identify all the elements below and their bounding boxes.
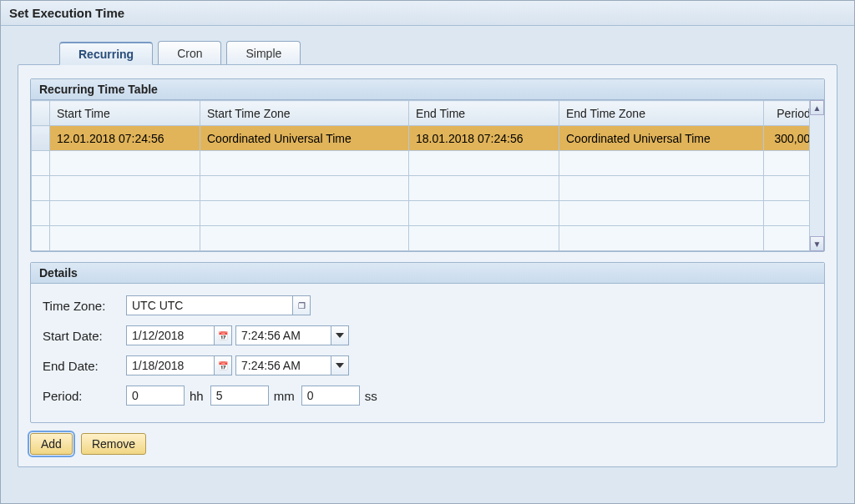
chevron-down-icon[interactable] [331,325,349,345]
recurring-table-title: Recurring Time Table [31,79,824,100]
start-time-field[interactable]: 7:24:56 AM [235,325,331,345]
details-panel: Details Time Zone: UTC UTC ❐ Start Date:… [30,262,825,423]
table-scrollbar[interactable]: ▲ ▼ [809,100,824,251]
recurring-table: Start Time Start Time Zone End Time End … [31,100,824,251]
table-row[interactable] [32,151,824,176]
timezone-label: Time Zone: [43,299,126,313]
table-wrap: Start Time Start Time Zone End Time End … [31,100,824,251]
table-row[interactable] [32,201,824,226]
col-end-tz[interactable]: End Time Zone [559,101,764,126]
period-label: Period: [43,389,126,403]
window-title: Set Execution Time [1,1,854,26]
remove-button[interactable]: Remove [81,433,146,455]
end-date-field[interactable]: 1/18/2018 [126,355,215,375]
period-mm-field[interactable]: 5 [210,386,269,406]
timezone-picker-icon[interactable]: ❐ [292,295,311,315]
tab-simple[interactable]: Simple [226,41,301,64]
chevron-down-icon[interactable] [331,355,349,375]
start-date-field[interactable]: 1/12/2018 [126,325,215,345]
set-execution-time-window: Set Execution Time Recurring Cron Simple… [0,0,855,504]
tab-content: Recurring Time Table Start Time [18,64,837,467]
table-rowheader-col [32,101,50,126]
tab-cron[interactable]: Cron [158,41,221,64]
table-row[interactable]: 12.01.2018 07:24:56 Coordinated Universa… [32,126,824,151]
calendar-icon[interactable]: 📅 [214,325,232,345]
add-button[interactable]: Add [30,433,73,455]
period-hh-field[interactable]: 0 [126,386,185,406]
scroll-up-icon[interactable]: ▲ [810,100,824,115]
start-date-label: Start Date: [43,329,126,343]
calendar-icon[interactable]: 📅 [214,355,232,375]
timezone-field[interactable]: UTC UTC [126,295,293,315]
table-row[interactable] [32,176,824,201]
row-selector[interactable] [32,126,50,151]
end-time-field[interactable]: 7:24:56 AM [235,355,331,375]
cell-start-time: 12.01.2018 07:24:56 [50,126,200,151]
tab-recurring[interactable]: Recurring [59,42,153,65]
tab-strip: Recurring Cron Simple [59,41,854,64]
col-start-time[interactable]: Start Time [50,101,200,126]
period-ss-field[interactable]: 0 [301,386,360,406]
ss-label: ss [365,389,377,403]
details-title: Details [31,263,824,284]
cell-start-tz: Coordinated Universal Time [200,126,409,151]
cell-end-time: 18.01.2018 07:24:56 [409,126,559,151]
mm-label: mm [274,389,295,403]
end-date-label: End Date: [43,359,126,373]
col-end-time[interactable]: End Time [409,101,559,126]
table-row[interactable] [32,226,824,251]
col-start-tz[interactable]: Start Time Zone [200,101,409,126]
recurring-table-panel: Recurring Time Table Start Time [30,78,825,252]
hh-label: hh [190,389,204,403]
cell-end-tz: Coordinated Universal Time [559,126,764,151]
button-row: Add Remove [30,433,825,455]
scroll-down-icon[interactable]: ▼ [810,236,824,251]
